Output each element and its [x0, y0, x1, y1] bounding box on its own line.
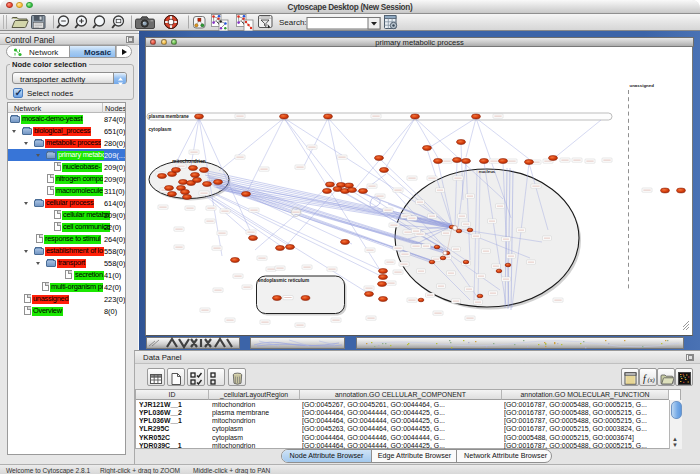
svg-text:mitochondrion: mitochondrion [172, 159, 206, 164]
svg-text:endoplasmic reticulum: endoplasmic reticulum [258, 278, 309, 283]
svg-text:Search:: Search: [279, 18, 307, 27]
svg-text:cytoplasm: cytoplasm [149, 127, 172, 132]
svg-text:unassigned: unassigned [630, 83, 655, 88]
svg-text:f: f [643, 373, 647, 384]
svg-text:nucleus: nucleus [479, 169, 496, 174]
svg-text:(x): (x) [648, 376, 655, 384]
svg-text:plasma membrane: plasma membrane [149, 114, 190, 119]
